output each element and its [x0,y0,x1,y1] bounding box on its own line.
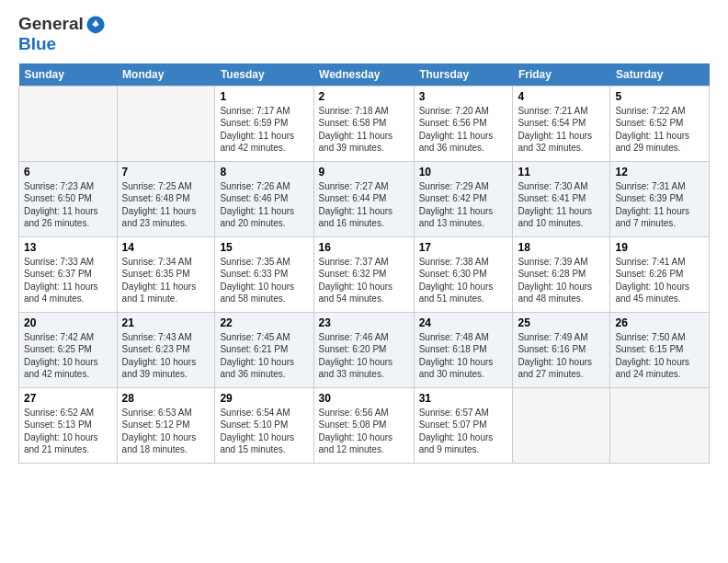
day-info: Sunrise: 7:37 AM Sunset: 6:32 PM Dayligh… [319,256,409,305]
day-cell: 6Sunrise: 7:23 AM Sunset: 6:50 PM Daylig… [19,161,118,236]
day-number: 20 [24,316,112,329]
day-number: 3 [419,90,508,103]
day-info: Sunrise: 7:49 AM Sunset: 6:16 PM Dayligh… [518,331,605,381]
day-info: Sunrise: 7:46 AM Sunset: 6:20 PM Dayligh… [319,331,409,381]
day-cell: 30Sunrise: 6:56 AM Sunset: 5:08 PM Dayli… [313,387,414,463]
day-info: Sunrise: 6:53 AM Sunset: 5:12 PM Dayligh… [122,407,210,456]
header: General Blue [18,15,710,54]
day-info: Sunrise: 7:21 AM Sunset: 6:54 PM Dayligh… [518,105,605,155]
col-header-tuesday: Tuesday [215,63,313,86]
day-number: 14 [122,241,210,254]
calendar-table: SundayMondayTuesdayWednesdayThursdayFrid… [18,63,710,464]
day-info: Sunrise: 7:20 AM Sunset: 6:56 PM Dayligh… [419,105,508,155]
week-row-2: 6Sunrise: 7:23 AM Sunset: 6:50 PM Daylig… [19,161,710,236]
day-cell: 13Sunrise: 7:33 AM Sunset: 6:37 PM Dayli… [19,236,118,312]
day-cell: 4Sunrise: 7:21 AM Sunset: 6:54 PM Daylig… [513,86,610,161]
day-info: Sunrise: 7:22 AM Sunset: 6:52 PM Dayligh… [615,105,704,155]
day-cell: 1Sunrise: 7:17 AM Sunset: 6:59 PM Daylig… [215,86,313,161]
day-number: 26 [615,316,704,329]
col-header-wednesday: Wednesday [313,63,414,86]
col-header-sunday: Sunday [19,63,118,86]
day-info: Sunrise: 7:34 AM Sunset: 6:35 PM Dayligh… [122,256,210,305]
day-cell: 27Sunrise: 6:52 AM Sunset: 5:13 PM Dayli… [19,387,118,463]
day-cell: 16Sunrise: 7:37 AM Sunset: 6:32 PM Dayli… [313,236,414,312]
day-info: Sunrise: 7:29 AM Sunset: 6:42 PM Dayligh… [419,180,508,230]
day-number: 15 [220,241,308,254]
day-info: Sunrise: 7:25 AM Sunset: 6:48 PM Dayligh… [122,180,210,230]
day-cell: 7Sunrise: 7:25 AM Sunset: 6:48 PM Daylig… [117,161,215,236]
day-number: 18 [518,241,605,254]
day-info: Sunrise: 7:18 AM Sunset: 6:58 PM Dayligh… [319,105,409,155]
day-info: Sunrise: 7:30 AM Sunset: 6:41 PM Dayligh… [518,180,605,230]
logo: General Blue [18,15,106,54]
day-cell: 14Sunrise: 7:34 AM Sunset: 6:35 PM Dayli… [117,236,215,312]
day-cell: 11Sunrise: 7:30 AM Sunset: 6:41 PM Dayli… [513,161,610,236]
day-cell: 5Sunrise: 7:22 AM Sunset: 6:52 PM Daylig… [610,86,710,161]
day-info: Sunrise: 7:43 AM Sunset: 6:23 PM Dayligh… [122,331,210,381]
day-number: 8 [220,166,308,178]
day-info: Sunrise: 7:39 AM Sunset: 6:28 PM Dayligh… [518,256,605,305]
day-cell: 2Sunrise: 7:18 AM Sunset: 6:58 PM Daylig… [313,86,414,161]
week-row-4: 20Sunrise: 7:42 AM Sunset: 6:25 PM Dayli… [19,312,710,387]
day-cell: 10Sunrise: 7:29 AM Sunset: 6:42 PM Dayli… [414,161,513,236]
col-header-friday: Friday [513,63,610,86]
day-info: Sunrise: 7:31 AM Sunset: 6:39 PM Dayligh… [615,180,704,230]
day-number: 6 [24,166,112,178]
header-row: SundayMondayTuesdayWednesdayThursdayFrid… [19,63,710,86]
day-number: 21 [122,316,210,329]
logo-wordmark: General Blue [18,15,106,54]
day-cell: 15Sunrise: 7:35 AM Sunset: 6:33 PM Dayli… [215,236,313,312]
col-header-saturday: Saturday [610,63,710,86]
col-header-monday: Monday [117,63,215,86]
day-info: Sunrise: 7:38 AM Sunset: 6:30 PM Dayligh… [419,256,508,305]
day-cell: 25Sunrise: 7:49 AM Sunset: 6:16 PM Dayli… [513,312,610,387]
day-cell: 9Sunrise: 7:27 AM Sunset: 6:44 PM Daylig… [313,161,414,236]
day-number: 17 [419,241,508,254]
day-cell: 18Sunrise: 7:39 AM Sunset: 6:28 PM Dayli… [513,236,610,312]
day-cell: 29Sunrise: 6:54 AM Sunset: 5:10 PM Dayli… [215,387,313,463]
day-number: 23 [319,316,409,329]
day-info: Sunrise: 7:48 AM Sunset: 6:18 PM Dayligh… [419,331,508,381]
day-info: Sunrise: 6:54 AM Sunset: 5:10 PM Dayligh… [220,407,308,456]
day-info: Sunrise: 7:33 AM Sunset: 6:37 PM Dayligh… [24,256,112,305]
day-cell: 12Sunrise: 7:31 AM Sunset: 6:39 PM Dayli… [610,161,710,236]
day-cell [513,387,610,463]
day-number: 31 [419,392,508,405]
day-cell: 24Sunrise: 7:48 AM Sunset: 6:18 PM Dayli… [414,312,513,387]
day-number: 29 [220,392,308,405]
day-info: Sunrise: 7:42 AM Sunset: 6:25 PM Dayligh… [24,331,112,381]
page: General Blue SundayMondayTuesdayWednesda… [0,0,728,473]
day-number: 16 [319,241,409,254]
week-row-5: 27Sunrise: 6:52 AM Sunset: 5:13 PM Dayli… [19,387,710,463]
day-info: Sunrise: 7:35 AM Sunset: 6:33 PM Dayligh… [220,256,308,305]
day-info: Sunrise: 6:52 AM Sunset: 5:13 PM Dayligh… [24,407,112,456]
day-cell [19,86,118,161]
day-cell: 26Sunrise: 7:50 AM Sunset: 6:15 PM Dayli… [610,312,710,387]
day-number: 7 [122,166,210,178]
day-number: 5 [615,90,704,103]
week-row-3: 13Sunrise: 7:33 AM Sunset: 6:37 PM Dayli… [19,236,710,312]
day-number: 9 [319,166,409,178]
week-row-1: 1Sunrise: 7:17 AM Sunset: 6:59 PM Daylig… [19,86,710,161]
day-cell: 28Sunrise: 6:53 AM Sunset: 5:12 PM Dayli… [117,387,215,463]
day-number: 25 [518,316,605,329]
day-info: Sunrise: 7:23 AM Sunset: 6:50 PM Dayligh… [24,180,112,230]
logo-general-text: General [18,15,106,35]
day-info: Sunrise: 6:57 AM Sunset: 5:07 PM Dayligh… [419,407,508,456]
logo-bird-icon [85,15,106,35]
day-number: 4 [518,90,605,103]
col-header-thursday: Thursday [414,63,513,86]
day-info: Sunrise: 7:41 AM Sunset: 6:26 PM Dayligh… [615,256,704,305]
day-number: 22 [220,316,308,329]
day-number: 30 [319,392,409,405]
day-info: Sunrise: 7:50 AM Sunset: 6:15 PM Dayligh… [615,331,704,381]
day-number: 19 [615,241,704,254]
day-cell: 20Sunrise: 7:42 AM Sunset: 6:25 PM Dayli… [19,312,118,387]
day-number: 2 [319,90,409,103]
day-cell: 31Sunrise: 6:57 AM Sunset: 5:07 PM Dayli… [414,387,513,463]
day-info: Sunrise: 6:56 AM Sunset: 5:08 PM Dayligh… [319,407,409,456]
day-cell: 8Sunrise: 7:26 AM Sunset: 6:46 PM Daylig… [215,161,313,236]
day-cell: 3Sunrise: 7:20 AM Sunset: 6:56 PM Daylig… [414,86,513,161]
day-number: 13 [24,241,112,254]
day-number: 28 [122,392,210,405]
